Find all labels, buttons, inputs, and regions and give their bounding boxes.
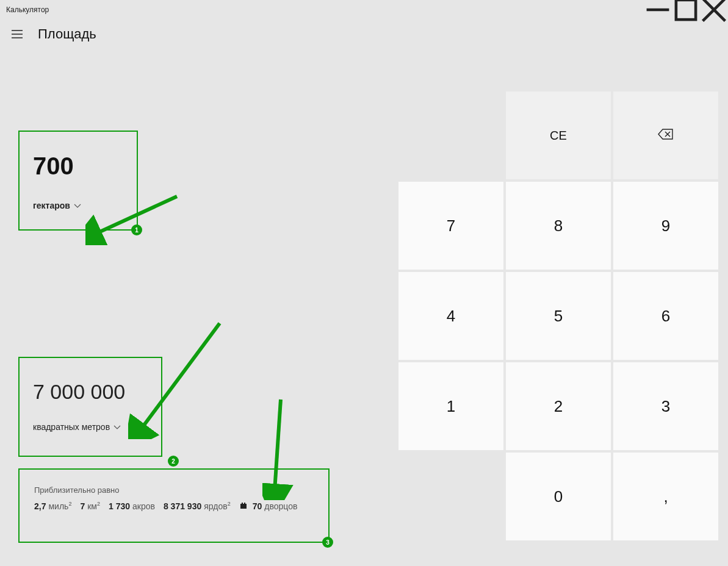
header: Площадь	[0, 20, 728, 49]
app-title: Калькулятор	[6, 5, 49, 14]
minimize-button[interactable]	[644, 0, 672, 20]
to-unit-dropdown[interactable]: квадратных метров	[33, 422, 148, 432]
key-backspace[interactable]	[613, 91, 718, 179]
approx-item-km: 7 км2	[80, 501, 100, 511]
approx-item-yards: 8 371 930 ярдов2	[164, 501, 231, 511]
to-unit-label: квадратных метров	[33, 422, 110, 432]
from-value-block: 700 гектаров	[18, 131, 138, 231]
approx-title: Приблизительно равно	[34, 485, 314, 495]
key-blank	[398, 453, 503, 540]
annotation-badge-1: 1	[131, 224, 142, 235]
key-comma[interactable]: ,	[613, 453, 718, 540]
mode-title: Площадь	[38, 26, 96, 42]
close-button[interactable]	[700, 0, 728, 20]
castle-icon	[239, 501, 248, 509]
key-8[interactable]: 8	[506, 182, 611, 270]
approx-block: Приблизительно равно 2,7 миль2 7 км2 1 7…	[18, 468, 330, 543]
annotation-badge-2: 2	[168, 456, 179, 467]
maximize-button[interactable]	[672, 0, 700, 20]
from-unit-dropdown[interactable]: гектаров	[33, 201, 123, 210]
key-9[interactable]: 9	[613, 182, 718, 270]
to-value[interactable]: 7 000 000	[33, 380, 148, 404]
from-value[interactable]: 700	[33, 152, 123, 180]
approx-item-acres: 1 730 акров	[109, 501, 155, 511]
to-value-block: 7 000 000 квадратных метров	[18, 357, 162, 457]
key-5[interactable]: 5	[506, 272, 611, 360]
conversion-panel: 700 гектаров 1 7 000 000 квадратных метр…	[0, 49, 398, 566]
key-4[interactable]: 4	[398, 272, 503, 360]
key-7[interactable]: 7	[398, 182, 503, 270]
key-3[interactable]: 3	[613, 362, 718, 450]
titlebar: Калькулятор	[0, 0, 728, 20]
approx-values: 2,7 миль2 7 км2 1 730 акров 8 371 930 яр…	[34, 501, 314, 511]
backspace-icon	[658, 129, 674, 143]
key-clear-entry[interactable]: CE	[506, 91, 611, 179]
approx-item-miles: 2,7 миль2	[34, 501, 71, 511]
chevron-down-icon	[114, 422, 121, 432]
key-1[interactable]: 1	[398, 362, 503, 450]
key-6[interactable]: 6	[613, 272, 718, 360]
svg-rect-1	[676, 0, 696, 20]
window-controls	[644, 0, 728, 20]
hamburger-menu-button[interactable]	[5, 22, 29, 46]
annotation-badge-3: 3	[322, 537, 333, 548]
keypad: CE 7 8 9 4 5 6 1 2 3 0 ,	[398, 49, 728, 566]
key-blank	[398, 91, 503, 179]
key-0[interactable]: 0	[506, 453, 611, 540]
from-unit-label: гектаров	[33, 201, 70, 210]
approx-item-palaces: 70 дворцов	[239, 501, 298, 511]
key-2[interactable]: 2	[506, 362, 611, 450]
chevron-down-icon	[74, 201, 81, 210]
